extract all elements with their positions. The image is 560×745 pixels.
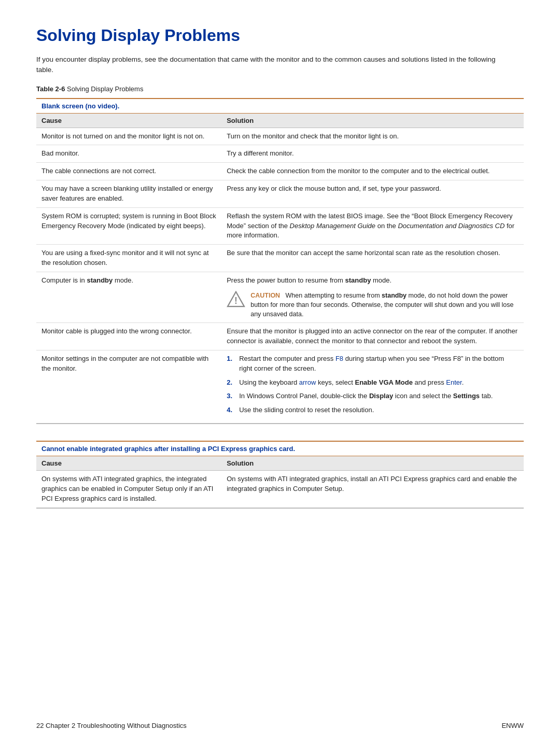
bold-display: Display bbox=[369, 392, 393, 400]
table-label-text: Solving Display Problems bbox=[65, 85, 143, 93]
cause-cell: Bad monitor. bbox=[36, 145, 221, 163]
cause-cell: On systems with ATI integrated graphics,… bbox=[36, 471, 221, 508]
solution-cell: Turn on the monitor and check that the m… bbox=[221, 128, 524, 145]
table1-cause-header: Cause bbox=[36, 113, 221, 128]
table-row: On systems with ATI integrated graphics,… bbox=[36, 471, 524, 508]
table1-section-header: Blank screen (no video). bbox=[36, 99, 524, 114]
table-row: System ROM is corrupted; system is runni… bbox=[36, 207, 524, 245]
list-num-1: 1. bbox=[227, 354, 235, 374]
enter-link: Enter bbox=[446, 378, 461, 386]
table1-solution-header: Solution bbox=[221, 113, 524, 128]
numbered-solution-list: 1. Restart the computer and press F8 dur… bbox=[227, 354, 519, 415]
f8-link: F8 bbox=[335, 355, 343, 362]
list-num-3: 3. bbox=[227, 391, 235, 401]
list-item-text-3: In Windows Control Panel, double-click t… bbox=[239, 391, 493, 401]
list-item-text-2: Using the keyboard arrow keys, select En… bbox=[239, 378, 464, 388]
solution-cell: Reflash the system ROM with the latest B… bbox=[221, 207, 524, 245]
table-row: The cable connections are not correct. C… bbox=[36, 163, 524, 180]
table-label: Table 2-6 Solving Display Problems bbox=[36, 85, 524, 93]
table1-section-header-row: Blank screen (no video). bbox=[36, 99, 524, 114]
standby-solution-text: Press the power button to resume from st… bbox=[227, 276, 519, 286]
bold-enable-vga: Enable VGA Mode bbox=[355, 378, 412, 386]
solution-cell: Press the power button to resume from st… bbox=[221, 272, 524, 322]
solution-cell: Try a different monitor. bbox=[221, 145, 524, 163]
table-label-bold: Table 2-6 bbox=[36, 85, 65, 93]
intro-paragraph: If you encounter display problems, see t… bbox=[36, 54, 503, 76]
footer-right: ENWW bbox=[501, 722, 524, 729]
cause-cell: Monitor cable is plugged into the wrong … bbox=[36, 323, 221, 350]
italic-text: Documentation and Diagnostics CD bbox=[398, 222, 505, 230]
table2-cause-header: Cause bbox=[36, 456, 221, 471]
table1-col-header-row: Cause Solution bbox=[36, 113, 524, 128]
table-row: Monitor settings in the computer are not… bbox=[36, 350, 524, 424]
cause-cell: Monitor settings in the computer are not… bbox=[36, 350, 221, 424]
cause-cell: You are using a fixed-sync monitor and i… bbox=[36, 245, 221, 272]
svg-text:!: ! bbox=[234, 296, 237, 306]
cause-cell: The cable connections are not correct. bbox=[36, 163, 221, 180]
table2-section-header-row: Cannot enable integrated graphics after … bbox=[36, 441, 524, 456]
list-item: 3. In Windows Control Panel, double-clic… bbox=[227, 391, 519, 401]
caution-text: CAUTION When attempting to resume from s… bbox=[250, 291, 519, 319]
table-row: Monitor is not turned on and the monitor… bbox=[36, 128, 524, 145]
caution-label: CAUTION bbox=[250, 292, 280, 299]
italic-text: Desktop Management Guide bbox=[290, 222, 375, 230]
bold-settings: Settings bbox=[453, 392, 480, 400]
footer: 22 Chapter 2 Troubleshooting Without Dia… bbox=[36, 722, 524, 729]
solution-cell: On systems with ATI integrated graphics,… bbox=[221, 471, 524, 508]
table2-solution-header: Solution bbox=[221, 456, 524, 471]
cause-cell: System ROM is corrupted; system is runni… bbox=[36, 207, 221, 245]
cause-cell: Monitor is not turned on and the monitor… bbox=[36, 128, 221, 145]
table-row: Monitor cable is plugged into the wrong … bbox=[36, 323, 524, 350]
solution-cell: Press any key or click the mouse button … bbox=[221, 180, 524, 208]
caution-bold-standby: standby bbox=[382, 292, 407, 299]
caution-triangle-icon: ! bbox=[227, 291, 245, 307]
list-item: 2. Using the keyboard arrow keys, select… bbox=[227, 378, 519, 388]
table-row: Bad monitor. Try a different monitor. bbox=[36, 145, 524, 163]
table-row: Computer is in standby mode. Press the p… bbox=[36, 272, 524, 322]
list-item-text-1: Restart the computer and press F8 during… bbox=[239, 354, 519, 374]
table-row: You may have a screen blanking utility i… bbox=[36, 180, 524, 208]
list-item-text-4: Use the sliding control to reset the res… bbox=[239, 405, 374, 415]
table-integrated-graphics: Cannot enable integrated graphics after … bbox=[36, 441, 524, 509]
solution-cell: 1. Restart the computer and press F8 dur… bbox=[221, 350, 524, 424]
bold-standby: standby bbox=[87, 276, 113, 284]
solution-cell: Be sure that the monitor can accept the … bbox=[221, 245, 524, 272]
solution-cell: Ensure that the monitor is plugged into … bbox=[221, 323, 524, 350]
solution-cell: Check the cable connection from the moni… bbox=[221, 163, 524, 180]
table2-section-header: Cannot enable integrated graphics after … bbox=[36, 441, 524, 456]
table2-col-header-row: Cause Solution bbox=[36, 456, 524, 471]
list-num-4: 4. bbox=[227, 405, 235, 415]
page-title: Solving Display Problems bbox=[36, 26, 524, 45]
footer-left: 22 Chapter 2 Troubleshooting Without Dia… bbox=[36, 722, 187, 729]
cause-cell: You may have a screen blanking utility i… bbox=[36, 180, 221, 208]
list-item: 4. Use the sliding control to reset the … bbox=[227, 405, 519, 415]
caution-box: ! CAUTION When attempting to resume from… bbox=[227, 291, 519, 319]
cause-cell: Computer is in standby mode. bbox=[36, 272, 221, 322]
bold-standby-solution: standby bbox=[345, 276, 371, 284]
table-row: You are using a fixed-sync monitor and i… bbox=[36, 245, 524, 272]
list-num-2: 2. bbox=[227, 378, 235, 388]
arrow-link: arrow bbox=[299, 378, 316, 386]
list-item: 1. Restart the computer and press F8 dur… bbox=[227, 354, 519, 374]
table-blank-screen: Blank screen (no video). Cause Solution … bbox=[36, 98, 524, 425]
